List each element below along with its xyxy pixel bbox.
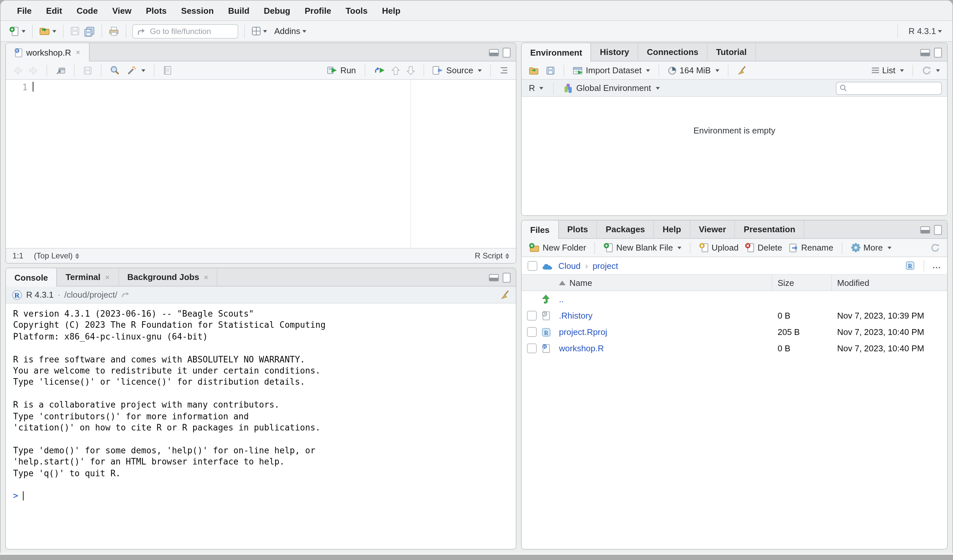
- console-prompt-line[interactable]: >: [13, 490, 509, 501]
- file-checkbox[interactable]: [526, 327, 536, 337]
- menu-code[interactable]: Code: [69, 6, 105, 15]
- menu-session[interactable]: Session: [174, 6, 221, 15]
- tab-workshop-r[interactable]: R workshop.R ×: [6, 43, 89, 62]
- pane-layout-button[interactable]: [249, 25, 269, 37]
- menu-help[interactable]: Help: [375, 6, 407, 15]
- save-button[interactable]: [68, 25, 82, 37]
- file-row-rhistory[interactable]: .Rhistory 0 B Nov 7, 2023, 10:39 PM: [522, 308, 947, 324]
- code-tools-button[interactable]: [124, 65, 147, 76]
- file-link[interactable]: .Rhistory: [559, 311, 593, 320]
- open-file-button[interactable]: [37, 25, 58, 37]
- list-view-button[interactable]: List: [869, 65, 906, 76]
- tab-background-jobs[interactable]: Background Jobs ×: [119, 268, 217, 286]
- more-button[interactable]: More: [849, 242, 893, 253]
- save-all-button[interactable]: [82, 25, 97, 38]
- select-all-checkbox[interactable]: [528, 261, 537, 271]
- minimize-pane-icon[interactable]: [489, 49, 499, 56]
- environment-scope-selector[interactable]: Global Environment: [562, 82, 661, 94]
- tab-packages[interactable]: Packages: [597, 220, 654, 238]
- memory-usage-button[interactable]: 164 MiB: [666, 65, 721, 76]
- tab-console[interactable]: Console: [6, 268, 57, 286]
- goto-file-function-input[interactable]: [149, 26, 223, 36]
- more-columns-button[interactable]: ...: [933, 261, 941, 270]
- upload-button[interactable]: Upload: [697, 242, 740, 253]
- forward-button[interactable]: [27, 65, 40, 76]
- console-output-area[interactable]: R version 4.3.1 (2023-06-16) -- "Beagle …: [6, 303, 516, 549]
- menu-profile[interactable]: Profile: [298, 6, 338, 15]
- menu-debug[interactable]: Debug: [256, 6, 298, 15]
- rename-button[interactable]: Rename: [787, 242, 835, 253]
- tab-files[interactable]: Files: [522, 220, 559, 239]
- back-button[interactable]: [11, 65, 24, 76]
- file-row-up[interactable]: ..: [522, 291, 947, 308]
- code-editor[interactable]: 1: [6, 80, 516, 248]
- goto-file-function-box[interactable]: [132, 24, 238, 38]
- tab-environment[interactable]: Environment: [522, 43, 591, 62]
- menu-view[interactable]: View: [105, 6, 139, 15]
- save-workspace-button[interactable]: [544, 65, 557, 76]
- tab-history[interactable]: History: [591, 43, 638, 61]
- minimize-pane-icon[interactable]: [920, 49, 930, 56]
- file-row-workshop-r[interactable]: R workshop.R 0 B Nov 7, 2023, 10:40 PM: [522, 340, 947, 357]
- open-directory-icon[interactable]: [121, 291, 130, 298]
- file-link[interactable]: project.Rproj: [559, 327, 607, 337]
- save-source-button[interactable]: [81, 65, 94, 76]
- menu-plots[interactable]: Plots: [139, 6, 174, 15]
- tab-connections[interactable]: Connections: [638, 43, 708, 61]
- tab-presentation[interactable]: Presentation: [736, 220, 805, 238]
- clear-console-button[interactable]: [500, 290, 510, 300]
- close-icon[interactable]: ×: [204, 272, 208, 282]
- menu-build[interactable]: Build: [221, 6, 256, 15]
- file-row-project-rproj[interactable]: R project.Rproj 205 B Nov 7, 2023, 10:40…: [522, 324, 947, 340]
- minimize-pane-icon[interactable]: [489, 274, 499, 281]
- show-in-new-window-button[interactable]: [54, 65, 67, 76]
- scope-selector[interactable]: (Top Level): [34, 251, 79, 260]
- editor-body[interactable]: [33, 80, 516, 248]
- go-to-next-section-button[interactable]: [405, 65, 417, 76]
- delete-button[interactable]: Delete: [743, 242, 784, 253]
- menu-edit[interactable]: Edit: [39, 6, 69, 15]
- maximize-pane-icon[interactable]: [934, 48, 942, 57]
- language-selector[interactable]: R: [527, 82, 546, 94]
- environment-search-box[interactable]: [836, 82, 942, 94]
- environment-search-input[interactable]: [850, 83, 938, 93]
- minimize-pane-icon[interactable]: [920, 226, 930, 234]
- maximize-pane-icon[interactable]: [934, 225, 942, 235]
- file-checkbox[interactable]: [526, 343, 536, 353]
- r-project-icon[interactable]: R: [905, 260, 915, 271]
- compile-report-button[interactable]: [161, 65, 174, 76]
- tab-tutorial[interactable]: Tutorial: [708, 43, 756, 61]
- refresh-environment-button[interactable]: [920, 65, 942, 76]
- close-icon[interactable]: ×: [76, 48, 80, 57]
- document-type-selector[interactable]: R Script: [475, 251, 509, 260]
- column-header-name[interactable]: Name: [559, 278, 772, 288]
- run-button[interactable]: Run: [325, 65, 358, 76]
- print-button[interactable]: [107, 25, 121, 37]
- close-icon[interactable]: ×: [105, 272, 110, 282]
- maximize-pane-icon[interactable]: [503, 48, 511, 57]
- menu-tools[interactable]: Tools: [338, 6, 375, 15]
- addins-button[interactable]: Addins: [269, 25, 308, 37]
- breadcrumb-project-link[interactable]: project: [593, 261, 618, 271]
- rerun-button[interactable]: [372, 65, 387, 75]
- column-header-size[interactable]: Size: [772, 275, 831, 291]
- breadcrumb-cloud-link[interactable]: Cloud: [558, 261, 580, 271]
- new-blank-file-button[interactable]: New Blank File: [602, 242, 683, 253]
- clear-environment-button[interactable]: [735, 65, 749, 76]
- tab-viewer[interactable]: Viewer: [690, 220, 735, 238]
- maximize-pane-icon[interactable]: [503, 273, 511, 283]
- find-replace-button[interactable]: [108, 65, 122, 76]
- file-checkbox[interactable]: [526, 311, 536, 320]
- import-dataset-button[interactable]: Import Dataset: [571, 65, 652, 76]
- file-link[interactable]: workshop.R: [559, 343, 604, 353]
- tab-terminal[interactable]: Terminal ×: [57, 268, 119, 286]
- menu-file[interactable]: File: [10, 6, 39, 15]
- tab-help[interactable]: Help: [654, 220, 690, 238]
- go-to-previous-section-button[interactable]: [390, 65, 402, 76]
- file-link-up[interactable]: ..: [559, 294, 563, 304]
- load-workspace-button[interactable]: [527, 65, 541, 76]
- new-file-button[interactable]: [7, 25, 28, 38]
- refresh-files-button[interactable]: [928, 242, 942, 253]
- new-folder-button[interactable]: New Folder: [527, 242, 588, 253]
- source-button[interactable]: Source: [431, 65, 484, 76]
